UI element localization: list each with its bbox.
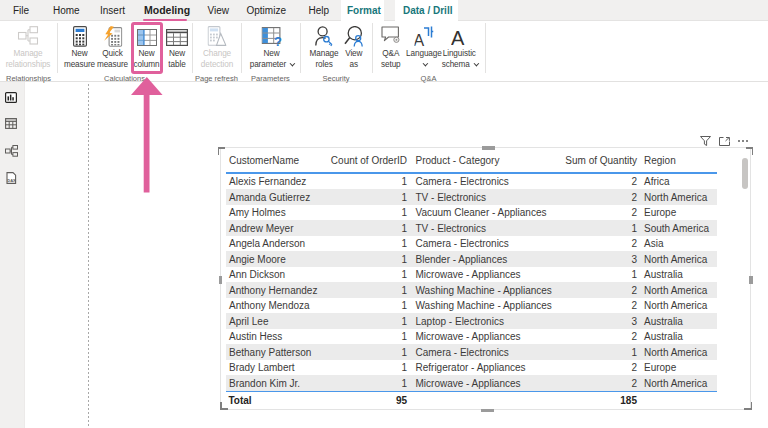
svg-text:?: ? <box>274 34 282 47</box>
svg-text:DAX: DAX <box>7 178 16 183</box>
svg-text:A: A <box>414 32 424 47</box>
svg-text:A: A <box>451 27 465 46</box>
